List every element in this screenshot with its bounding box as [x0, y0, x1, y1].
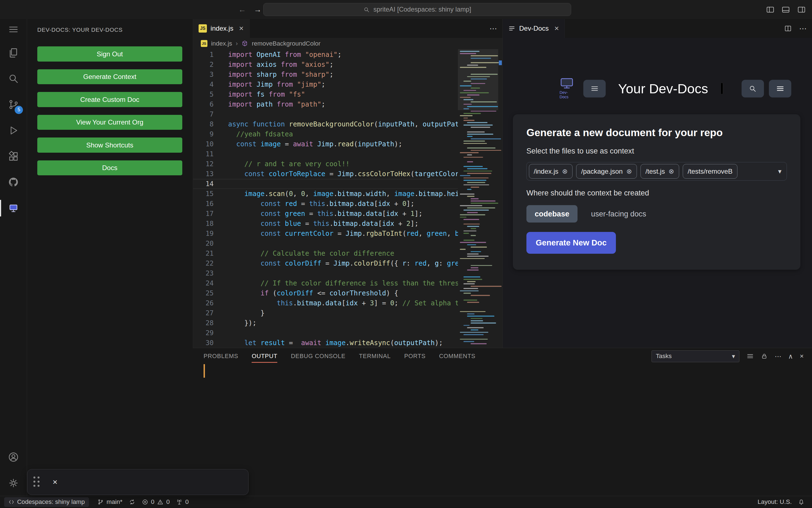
code-line[interactable]: 11 — [193, 149, 458, 159]
split-editor-icon[interactable] — [784, 25, 792, 32]
activity-dev-docs[interactable] — [0, 195, 27, 221]
code-line[interactable]: 8async function removeBackgroundColor(in… — [193, 119, 458, 129]
generate-new-doc-button[interactable]: Generate New Doc — [526, 232, 616, 254]
code-editor[interactable]: 1import OpenAI from "openai";2import axi… — [193, 49, 502, 348]
code-line[interactable]: 12 // r and t are very cool!! — [193, 159, 458, 169]
color-swatch[interactable] — [721, 83, 723, 94]
code-line[interactable]: 14 — [193, 179, 458, 189]
back-arrow-icon[interactable]: ← — [238, 5, 246, 14]
activity-search[interactable] — [0, 66, 27, 92]
code-line[interactable]: 4import Jimp from "jimp"; — [193, 80, 458, 89]
toggle-codebase[interactable]: codebase — [526, 205, 577, 223]
notifications-button[interactable] — [795, 496, 808, 508]
code-line[interactable]: 26 this.bitmap.data[idx + 3] = 0; // Set… — [193, 298, 458, 308]
activity-extensions[interactable] — [0, 143, 27, 169]
toggle-user-facing-docs[interactable]: user-facing docs — [583, 205, 654, 223]
toggle-sidebar-icon[interactable] — [766, 5, 775, 14]
view-current-org-button[interactable]: View Your Current Org — [37, 115, 182, 130]
context-files-select[interactable]: /index.js ⊗ /package.json ⊗ /test.js ⊗ /… — [526, 162, 787, 181]
code-line[interactable]: 20 — [193, 239, 458, 249]
code-line[interactable]: 21 // Calculate the color difference — [193, 249, 458, 258]
tab-index-js[interactable]: JS index.js × — [193, 19, 250, 38]
remove-chip-icon[interactable]: ⊗ — [562, 167, 568, 175]
devdocs-search-button[interactable] — [741, 80, 764, 97]
context-chip-tests-removeb[interactable]: /tests/removeB — [683, 164, 737, 179]
more-actions-icon[interactable]: ⋯ — [799, 24, 807, 33]
code-line[interactable]: 17 const green = this.bitmap.data[idx + … — [193, 209, 458, 219]
output-actions-icon[interactable] — [746, 352, 754, 360]
breadcrumb-file[interactable]: index.js — [211, 40, 232, 47]
menu-button[interactable] — [0, 19, 27, 40]
activity-source-control[interactable]: 5 — [0, 92, 27, 118]
breadcrumb-symbol[interactable]: removeBackgroundColor — [252, 40, 321, 47]
chevron-down-icon[interactable]: ▾ — [778, 167, 781, 175]
sign-out-button[interactable]: Sign Out — [37, 46, 182, 61]
code-line[interactable]: 3import sharp from "sharp"; — [193, 70, 458, 80]
code-line[interactable]: 27 } — [193, 308, 458, 318]
code-line[interactable]: 10 const image = await Jimp.read(inputPa… — [193, 139, 458, 149]
code-line[interactable]: 5import fs from "fs" — [193, 89, 458, 99]
forward-arrow-icon[interactable]: → — [254, 5, 261, 14]
code-line[interactable]: 22 const colorDiff = Jimp.colorDiff({ r:… — [193, 258, 458, 268]
lock-icon[interactable] — [761, 352, 768, 360]
context-chip-package-json[interactable]: /package.json ⊗ — [576, 164, 637, 179]
code-line[interactable]: 7 — [193, 109, 458, 119]
activity-run-debug[interactable] — [0, 118, 27, 143]
close-icon[interactable]: × — [554, 24, 559, 33]
account-button[interactable] — [0, 444, 27, 470]
show-shortcuts-button[interactable]: Show Shortcuts — [37, 137, 182, 153]
more-actions-icon[interactable]: ⋯ — [775, 352, 781, 360]
code-line[interactable]: 29 — [193, 328, 458, 338]
code-line[interactable]: 25 if (colorDiff <= colorThreshold) { — [193, 288, 458, 298]
code-lines[interactable]: 1import OpenAI from "openai";2import axi… — [193, 50, 458, 348]
remove-chip-icon[interactable]: ⊗ — [626, 167, 632, 175]
code-line[interactable]: 19 const currentColor = Jimp.rgbaToInt(r… — [193, 228, 458, 239]
code-line[interactable]: 28 }); — [193, 318, 458, 328]
code-line[interactable]: 9 //yeah fdsatea — [193, 129, 458, 139]
drag-handle[interactable] — [33, 476, 40, 487]
toggle-secondary-sidebar-icon[interactable] — [797, 5, 806, 14]
activity-explorer[interactable] — [0, 40, 27, 66]
panel-tab-comments[interactable]: COMMENTS — [439, 348, 476, 364]
sync-indicator[interactable] — [126, 496, 139, 508]
code-line[interactable]: 16 const red = this.bitmap.data[idx + 0]… — [193, 199, 458, 209]
editor-scrollbar[interactable] — [498, 49, 502, 348]
toggle-panel-icon[interactable] — [781, 5, 790, 14]
activity-github[interactable] — [0, 169, 27, 195]
maximize-panel-icon[interactable]: ∧ — [788, 352, 793, 360]
panel-tab-problems[interactable]: PROBLEMS — [204, 348, 238, 364]
settings-button[interactable] — [0, 470, 27, 496]
remove-chip-icon[interactable]: ⊗ — [668, 167, 674, 175]
close-icon[interactable]: × — [239, 24, 243, 33]
code-line[interactable]: 18 const blue = this.bitmap.data[idx + 2… — [193, 219, 458, 228]
problems-indicator[interactable]: 0 0 — [138, 496, 173, 508]
create-custom-doc-button[interactable]: Create Custom Doc — [37, 92, 182, 107]
devdocs-list-button[interactable] — [769, 80, 791, 97]
branch-indicator[interactable]: main* — [94, 496, 126, 508]
more-actions-icon[interactable]: ⋯ — [489, 24, 497, 33]
code-line[interactable]: 6import path from "path"; — [193, 99, 458, 109]
code-line[interactable]: 30 let result = await image.writeAsync(o… — [193, 338, 458, 348]
panel-tab-debug-console[interactable]: DEBUG CONSOLE — [291, 348, 346, 364]
command-center-search[interactable]: spriteAI [Codespaces: shiny lamp] — [263, 3, 571, 16]
context-chip-test-js[interactable]: /test.js ⊗ — [641, 164, 679, 179]
output-content[interactable] — [193, 364, 812, 496]
minimap[interactable] — [458, 49, 498, 348]
tab-dev-docs[interactable]: Dev-Docs × — [503, 19, 565, 38]
remote-indicator[interactable]: Codespaces: shiny lamp — [4, 497, 89, 507]
panel-tab-output[interactable]: OUTPUT — [252, 348, 277, 364]
code-line[interactable]: 13 const colorToReplace = Jimp.cssColorT… — [193, 169, 458, 179]
code-line[interactable]: 15 image.scan(0, 0, image.bitmap.width, … — [193, 189, 458, 199]
panel-tab-terminal[interactable]: TERMINAL — [359, 348, 391, 364]
code-line[interactable]: 23 — [193, 268, 458, 278]
ports-indicator[interactable]: 0 — [173, 496, 192, 508]
context-chip-index-js[interactable]: /index.js ⊗ — [529, 164, 573, 179]
devdocs-menu-button[interactable] — [583, 80, 606, 97]
close-panel-icon[interactable]: × — [800, 352, 804, 360]
generate-context-button[interactable]: Generate Context — [37, 69, 182, 84]
output-channel-select[interactable]: Tasks ▾ — [652, 350, 740, 362]
close-icon[interactable]: × — [52, 477, 57, 487]
keyboard-layout-indicator[interactable]: Layout: U.S. — [755, 496, 795, 508]
code-line[interactable]: 1import OpenAI from "openai"; — [193, 50, 458, 59]
docs-button[interactable]: Docs — [37, 160, 182, 175]
